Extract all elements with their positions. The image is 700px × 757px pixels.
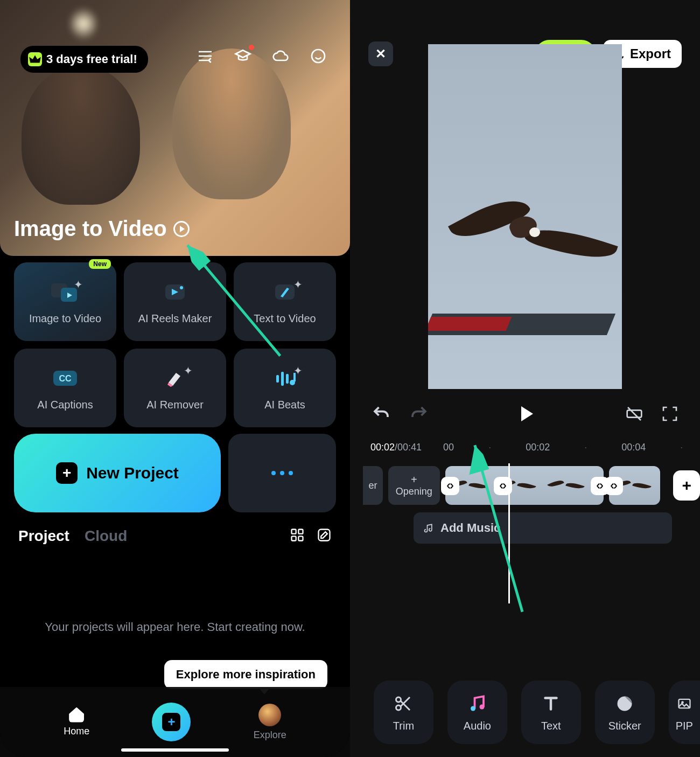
home-indicator xyxy=(121,748,229,752)
cloud-icon[interactable] xyxy=(270,46,291,66)
tab-project[interactable]: Project xyxy=(18,527,69,545)
svg-rect-11 xyxy=(286,374,289,384)
feature-ai-captions[interactable]: CC AI Captions xyxy=(14,349,116,427)
hero-banner[interactable]: 3 days free trial! Image to Video xyxy=(0,0,350,256)
svg-point-0 xyxy=(312,50,325,62)
svg-rect-14 xyxy=(292,530,296,534)
trial-text: 3 days free trial! xyxy=(46,52,137,66)
tool-label: Text xyxy=(541,720,561,732)
nav-explore[interactable]: Explore xyxy=(254,704,286,741)
tool-trim[interactable]: Trim xyxy=(374,680,433,744)
trim-icon xyxy=(393,693,414,714)
play-circle-icon xyxy=(173,221,190,237)
feature-image-to-video[interactable]: New ✦ Image to Video xyxy=(14,262,116,341)
svg-rect-16 xyxy=(292,536,296,540)
hero-title-text: Image to Video xyxy=(14,217,167,241)
edu-icon[interactable] xyxy=(233,46,253,66)
hero-lamp-glow xyxy=(70,8,97,40)
transition-button[interactable] xyxy=(441,477,459,495)
tool-label: Sticker xyxy=(608,720,641,732)
trial-pill[interactable]: 3 days free trial! xyxy=(20,46,148,73)
reels-icon xyxy=(159,279,191,305)
redo-button[interactable] xyxy=(409,404,429,423)
svg-text:CC: CC xyxy=(59,374,72,383)
captions-icon: CC xyxy=(50,365,81,391)
nav-create-button[interactable]: + xyxy=(152,703,191,741)
bottom-nav: Home + Explore xyxy=(0,687,350,757)
clip-cover[interactable]: er xyxy=(363,466,383,505)
fullscreen-icon[interactable] xyxy=(661,405,678,422)
transition-button[interactable] xyxy=(605,477,623,495)
time-current: 00:02 xyxy=(370,442,395,453)
plus-icon: + xyxy=(162,713,180,731)
video-preview[interactable] xyxy=(428,44,622,389)
tool-label: Audio xyxy=(464,720,491,732)
tool-label: PIP xyxy=(676,720,693,732)
explore-avatar-icon xyxy=(258,704,281,726)
play-button[interactable] xyxy=(521,406,533,421)
text-icon xyxy=(540,693,562,714)
top-icons xyxy=(195,46,328,66)
feature-label: AI Reels Maker xyxy=(138,312,212,325)
tick-1: 00:02 xyxy=(526,442,550,453)
hero-title-row[interactable]: Image to Video xyxy=(14,217,190,241)
svg-point-5 xyxy=(180,286,183,289)
svg-rect-10 xyxy=(281,372,284,386)
empty-projects-message: Your projects will appear here. Start cr… xyxy=(0,620,350,634)
home-screen: 3 days free trial! Image to Video New xyxy=(0,0,350,757)
player-controls xyxy=(350,389,700,439)
nav-explore-label: Explore xyxy=(254,730,286,741)
pip-icon xyxy=(674,693,695,714)
svg-rect-9 xyxy=(276,375,279,383)
tools-row: Trim Audio Text Sticker PIP xyxy=(350,680,700,744)
new-project-label: New Project xyxy=(86,464,179,482)
nav-home-label: Home xyxy=(64,726,89,737)
tool-pip[interactable]: PIP xyxy=(669,680,700,744)
feature-ai-beats[interactable]: ✦ AI Beats xyxy=(234,349,336,427)
text-video-icon: ✦ xyxy=(269,279,300,305)
preview-overlay-stripe-red xyxy=(428,317,512,331)
timeline-ruler[interactable]: 00:02/00:41 00 · 00:02 · 00:04 · 00:06 xyxy=(350,439,700,453)
feature-grid: New ✦ Image to Video AI Reels Maker ✦ Te… xyxy=(0,256,350,427)
beats-icon: ✦ xyxy=(269,365,300,391)
plus-icon: + xyxy=(56,462,78,484)
close-button[interactable]: ✕ xyxy=(368,41,393,66)
more-button[interactable] xyxy=(228,434,336,512)
add-music-button[interactable]: Add Music xyxy=(414,512,672,544)
remover-icon: ✦ xyxy=(159,365,191,391)
editor-screen: ✕ Pro Export 00:02/00:41 00 · 00:02 · xyxy=(350,0,700,757)
audio-track: Add Music xyxy=(414,512,700,544)
edit-icon[interactable] xyxy=(317,527,332,545)
settings-list-icon[interactable] xyxy=(195,46,215,66)
crown-icon xyxy=(28,52,42,66)
clip-opening[interactable]: + Opening xyxy=(388,466,440,505)
undo-button[interactable] xyxy=(372,404,391,423)
nav-home[interactable]: Home xyxy=(64,707,89,737)
svg-rect-17 xyxy=(298,536,303,540)
tool-text[interactable]: Text xyxy=(521,680,581,744)
tab-cloud[interactable]: Cloud xyxy=(85,527,127,545)
feature-label: Image to Video xyxy=(29,312,101,325)
tool-label: Trim xyxy=(393,720,414,732)
svg-point-25 xyxy=(480,704,485,709)
cta-row: + New Project xyxy=(0,427,350,512)
video-track[interactable]: er + Opening + xyxy=(350,453,700,505)
hdr-off-icon[interactable] xyxy=(626,405,643,422)
feature-ai-remover[interactable]: ✦ AI Remover xyxy=(124,349,226,427)
export-label: Export xyxy=(630,46,671,61)
tool-audio[interactable]: Audio xyxy=(447,680,507,744)
svg-point-24 xyxy=(471,706,475,711)
grid-view-icon[interactable] xyxy=(290,527,305,545)
tool-sticker[interactable]: Sticker xyxy=(595,680,655,744)
notification-dot xyxy=(249,45,254,50)
new-badge: New xyxy=(89,259,111,269)
video-clip-2[interactable] xyxy=(609,466,661,505)
plus-icon: + xyxy=(411,474,417,486)
smile-icon[interactable] xyxy=(308,46,328,66)
new-project-button[interactable]: + New Project xyxy=(14,434,221,512)
clip-opening-label: Opening xyxy=(396,486,432,497)
preview-eagle-image xyxy=(433,190,617,265)
time-total: 00:41 xyxy=(397,442,422,453)
feature-label: AI Captions xyxy=(37,399,93,411)
add-clip-button[interactable]: + xyxy=(673,470,700,501)
